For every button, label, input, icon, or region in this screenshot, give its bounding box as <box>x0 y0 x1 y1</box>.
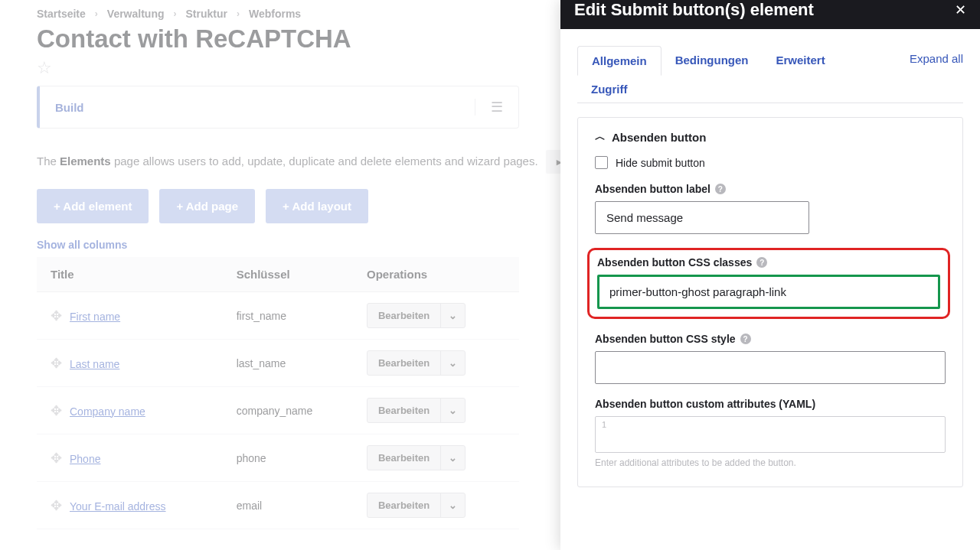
help-icon[interactable]: ? <box>740 334 751 344</box>
panel-header: Edit Submit button(s) element ✕ <box>560 0 980 29</box>
hide-submit-checkbox[interactable] <box>595 156 608 169</box>
hide-submit-label: Hide submit button <box>616 157 705 169</box>
fieldset-legend[interactable]: ︿ Absenden button <box>595 130 946 144</box>
tab-bedingungen[interactable]: Bedingungen <box>662 46 763 76</box>
edit-panel: Edit Submit button(s) element ✕ Allgemei… <box>560 0 980 550</box>
close-icon: ✕ <box>955 2 966 18</box>
css-classes-highlight: Absenden button CSS classes ? <box>587 248 950 319</box>
panel-body[interactable]: Allgemein Bedingungen Erweitert Zugriff … <box>560 29 980 550</box>
tab-erweitert[interactable]: Erweitert <box>763 46 839 76</box>
yaml-label: Absenden button custom attributes (YAML) <box>595 398 946 410</box>
close-button[interactable]: ✕ <box>955 2 966 18</box>
css-classes-input[interactable] <box>597 275 940 309</box>
css-style-input[interactable] <box>595 351 946 384</box>
expand-all-link[interactable]: Expand all <box>910 46 963 65</box>
fieldset-title: Absenden button <box>612 131 706 144</box>
hide-submit-row: Hide submit button <box>595 156 946 169</box>
css-classes-label: Absenden button CSS classes ? <box>597 256 940 268</box>
button-label-label: Absenden button label ? <box>595 183 946 195</box>
panel-tabs: Allgemein Bedingungen Erweitert Zugriff <box>577 46 853 103</box>
yaml-line-number: 1 <box>602 420 606 429</box>
chevron-up-icon: ︿ <box>595 130 606 144</box>
tab-zugriff[interactable]: Zugriff <box>577 75 641 103</box>
button-label-input[interactable] <box>595 201 809 234</box>
yaml-hint: Enter additional attributes to be added … <box>595 457 946 468</box>
panel-title: Edit Submit button(s) element <box>574 0 814 20</box>
yaml-textarea[interactable]: 1 <box>595 416 946 453</box>
absenden-fieldset: ︿ Absenden button Hide submit button Abs… <box>577 117 963 487</box>
css-style-label: Absenden button CSS style ? <box>595 333 946 345</box>
help-icon[interactable]: ? <box>756 257 767 268</box>
help-icon[interactable]: ? <box>715 184 726 194</box>
tab-allgemein[interactable]: Allgemein <box>577 46 662 76</box>
panel-tab-row: Allgemein Bedingungen Erweitert Zugriff … <box>577 46 963 103</box>
